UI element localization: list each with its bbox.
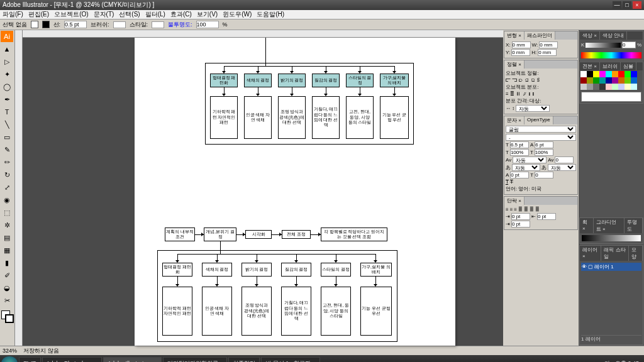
brush-tool[interactable]: ✎ [0, 143, 14, 156]
menu-filter[interactable]: 필터(L) [145, 10, 165, 19]
dist-1-icon[interactable]: ≡ [506, 91, 509, 97]
paragraph-panel[interactable]: 단락 × ≡≡≡≣≣≣≣ ⇥⇤ ⇥ [504, 196, 578, 230]
graph-tool[interactable]: ▤ [0, 231, 14, 244]
gap-h-icon[interactable]: ↔ [506, 106, 511, 111]
symbol-spray-tool[interactable]: ✲ [0, 219, 14, 231]
menu-edit[interactable]: 편집(E) [28, 10, 49, 19]
tab-appear[interactable]: 모양 [629, 246, 643, 261]
selection-tool[interactable]: ▲ [0, 43, 14, 55]
y-input[interactable] [511, 49, 530, 56]
task-doc1[interactable]: 디지털디자인학회론... [163, 357, 228, 362]
swatches-panel[interactable]: 견본 ×브러쉬심볼 [579, 62, 643, 104]
tab-para[interactable]: 단락 × [504, 197, 525, 205]
task-doc2[interactable]: 최종정리 [228, 357, 260, 362]
font-style-select[interactable]: - [506, 134, 576, 141]
blend-tool[interactable]: ◒ [0, 282, 14, 294]
wand-tool[interactable]: ✦ [0, 68, 14, 80]
character-panel[interactable]: 문자 ×OpenType 굴림 - TA TT Av자동Av あ자동あ자동 AT… [504, 116, 578, 195]
ruler-horizontal[interactable] [23, 30, 503, 38]
pen-tool[interactable]: ✒ [0, 93, 14, 106]
transform-panel[interactable]: 변형 ×패스파인더 X:W: Y:H: [504, 31, 578, 58]
align-center-icon[interactable]: ≡ [510, 207, 513, 212]
type-tool[interactable]: T [0, 106, 14, 118]
tab-symbol[interactable]: 심볼 [621, 62, 636, 70]
tab-align[interactable]: 정렬 × [504, 60, 525, 69]
indent-f-input[interactable] [511, 221, 530, 228]
k-input[interactable] [622, 41, 636, 48]
dist-6-icon[interactable]: ⫿ [532, 91, 535, 97]
dist-5-icon[interactable]: ⫾ [528, 91, 531, 97]
indent-r-input[interactable] [537, 213, 556, 220]
task-illustrator[interactable]: Adobe Illustrator -... [103, 357, 162, 362]
justify-r-icon[interactable]: ≣ [530, 207, 534, 212]
eyedropper-tool[interactable]: ✐ [0, 269, 14, 282]
menu-help[interactable]: 도움말(H) [257, 10, 284, 19]
tab-transform[interactable]: 변형 × [504, 31, 525, 40]
font-size-input[interactable] [510, 141, 529, 148]
warp-tool[interactable]: ◉ [0, 194, 14, 206]
zoom-level[interactable]: 324% [3, 348, 17, 354]
leading-input[interactable] [535, 141, 553, 148]
task-hwp[interactable]: 빈 문서 1 - 한글과... [261, 357, 320, 362]
w-input[interactable] [539, 41, 558, 48]
swatch-grid[interactable] [580, 70, 643, 90]
menu-view[interactable]: 보기(V) [197, 10, 218, 19]
task-photoshop[interactable]: Adobe Photoshop ... [42, 357, 103, 362]
ruler-vertical[interactable] [15, 30, 23, 346]
rot-input[interactable] [535, 172, 553, 178]
direct-select-tool[interactable]: ▷ [0, 55, 14, 68]
lasso-tool[interactable]: ◯ [0, 80, 14, 93]
stroke-swatch[interactable] [42, 21, 50, 28]
h-input[interactable] [538, 49, 557, 56]
fill-swatch[interactable] [31, 21, 38, 28]
minimize-button[interactable]: — [613, 1, 621, 9]
align-r-icon[interactable]: ⫐ [518, 77, 523, 83]
style-select[interactable] [152, 21, 164, 28]
tab-brush[interactable]: 브러쉬 [600, 62, 621, 70]
tab-transparency[interactable]: 투명도 [625, 218, 643, 233]
layers-panel[interactable]: 레이어 ×래픽 스타일모양 👁▢레이어 1 1 레이어 [579, 245, 643, 345]
tab-char[interactable]: 문자 × [504, 116, 525, 124]
strike-icon[interactable]: T̶ [510, 179, 513, 185]
align-panel[interactable]: 정렬 × 오브젝트 정렬: ⫍⫎⫐⫑⫒⫓ 오브젝트 분포: ≡≣⫼⫽⫾⫿ 분포 … [504, 60, 578, 114]
gradient-bar[interactable] [581, 234, 641, 242]
brush-select[interactable] [113, 21, 126, 28]
scale-tool[interactable]: ⤢ [0, 181, 14, 194]
menu-window[interactable]: 윈도우(W) [223, 10, 252, 19]
align-l-icon[interactable]: ⫍ [506, 77, 511, 83]
fill-stroke-control[interactable] [0, 309, 14, 327]
tab-opentype[interactable]: OpenType [525, 116, 553, 124]
artboard[interactable]: 형태결정 패턴화 색채의 결정 밝기의 결정 질감의 결정 스타일의 결정 가구… [135, 38, 455, 346]
dist-3-icon[interactable]: ⫼ [516, 91, 521, 97]
maximize-button[interactable]: □ [623, 1, 631, 9]
menu-effect[interactable]: 효과(C) [170, 10, 192, 19]
aki-input[interactable]: 자동 [548, 164, 576, 171]
free-transform-tool[interactable]: ⬚ [0, 206, 14, 219]
justify-icon[interactable]: ≣ [535, 207, 540, 212]
x-input[interactable] [512, 41, 531, 48]
tsume-input[interactable]: 자동 [512, 164, 540, 171]
color-panel[interactable]: 색상 ×색상 안내 K% [579, 31, 643, 60]
tab-gradient[interactable]: 그라디언트 × [594, 218, 625, 233]
baseline-input[interactable] [510, 172, 529, 178]
justify-c-icon[interactable]: ≣ [524, 207, 528, 212]
spectrum[interactable] [581, 52, 641, 58]
pencil-tool[interactable]: ✏ [0, 156, 14, 168]
justify-l-icon[interactable]: ≣ [518, 207, 523, 212]
gap-v-icon[interactable]: ↕ [512, 106, 514, 111]
menu-object[interactable]: 오브젝트(O) [54, 10, 88, 19]
eye-icon[interactable]: 👁 [582, 264, 587, 270]
layer-row[interactable]: 👁▢레이어 1 [581, 263, 641, 271]
line-tool[interactable]: ╲ [0, 118, 14, 131]
align-left-icon[interactable]: ≡ [506, 207, 509, 212]
gradient-panel[interactable]: 획 ×그라디언트 ×투명도 [579, 217, 643, 244]
system-tray[interactable]: 가 오후 9:45 [601, 359, 643, 363]
mesh-tool[interactable]: ▦ [0, 244, 14, 256]
menu-select[interactable]: 선택(S) [119, 10, 140, 19]
kern-input[interactable]: 자동 [513, 156, 547, 163]
align-c-icon[interactable]: ⫎ [512, 77, 517, 83]
tab-color[interactable]: 색상 × [580, 31, 600, 40]
dist-2-icon[interactable]: ≣ [510, 91, 514, 97]
slice-tool[interactable]: ✂ [0, 294, 14, 307]
tab-layers[interactable]: 레이어 × [580, 246, 601, 261]
